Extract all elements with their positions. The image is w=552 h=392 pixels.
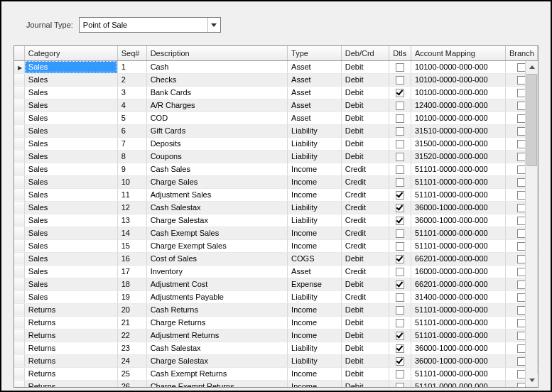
dtls-checkbox[interactable] (396, 255, 404, 263)
cell-debcrd[interactable]: Debit (341, 303, 389, 316)
cell-type[interactable]: Liability (288, 201, 342, 214)
cell-seq[interactable]: 3 (117, 86, 146, 99)
cell-category[interactable]: Sales (24, 163, 117, 175)
cell-description[interactable]: Cash Salestax (146, 342, 287, 354)
row-header[interactable] (14, 354, 24, 367)
cell-type[interactable]: Liability (288, 290, 342, 303)
cell-seq[interactable]: 15 (117, 239, 146, 252)
row-header[interactable] (14, 175, 24, 188)
table-row[interactable]: Sales14Cash Exempt SalesIncomeCredit5110… (14, 227, 538, 239)
cell-debcrd[interactable]: Debit (341, 316, 389, 329)
cell-seq[interactable]: 11 (117, 188, 146, 201)
cell-dtls[interactable] (389, 86, 411, 99)
journal-type-select[interactable]: Point of Sale (79, 17, 221, 33)
cell-dtls[interactable] (389, 188, 411, 201)
cell-description[interactable]: A/R Charges (146, 99, 287, 111)
cell-dtls[interactable] (389, 342, 411, 354)
cell-debcrd[interactable]: Debit (341, 137, 389, 150)
cell-dtls[interactable] (389, 316, 411, 329)
cell-account-mapping[interactable]: 10100-0000-000-000 (411, 73, 505, 86)
cell-dtls[interactable] (389, 201, 411, 214)
col-type[interactable]: Type (288, 46, 342, 60)
cell-category[interactable]: Sales (24, 227, 117, 239)
cell-type[interactable]: Asset (288, 99, 342, 111)
cell-type[interactable]: Liability (288, 150, 342, 163)
cell-account-mapping[interactable]: 51101-0000-000-000 (411, 367, 505, 380)
cell-dtls[interactable] (389, 290, 411, 303)
cell-description[interactable]: Charge Exempt Returns (146, 380, 287, 388)
cell-category[interactable]: Returns (24, 380, 117, 388)
row-header[interactable] (14, 265, 24, 278)
cell-category[interactable]: Returns (24, 303, 117, 316)
dtls-checkbox[interactable] (396, 76, 404, 85)
cell-type[interactable]: Income (288, 239, 342, 252)
cell-type[interactable]: Expense (288, 278, 342, 290)
row-header[interactable] (14, 278, 24, 290)
cell-type[interactable]: Liability (288, 214, 342, 227)
cell-type[interactable]: COGS (288, 252, 342, 265)
row-header[interactable] (14, 252, 24, 265)
col-dtls[interactable]: Dtls (389, 46, 411, 60)
cell-seq[interactable]: 12 (117, 201, 146, 214)
cell-seq[interactable]: 25 (117, 367, 146, 380)
table-row[interactable]: Sales12Cash SalestaxLiabilityCredit36000… (14, 201, 538, 214)
dtls-checkbox[interactable] (396, 306, 404, 315)
cell-type[interactable]: Income (288, 329, 342, 342)
cell-debcrd[interactable]: Debit (341, 111, 389, 124)
cell-description[interactable]: Inventory (146, 265, 287, 278)
cell-category[interactable]: Sales (24, 60, 117, 73)
cell-description[interactable]: Gift Cards (146, 124, 287, 137)
cell-type[interactable]: Income (288, 227, 342, 239)
row-header[interactable] (14, 367, 24, 380)
dtls-checkbox[interactable] (396, 229, 404, 238)
cell-dtls[interactable] (389, 278, 411, 290)
cell-description[interactable]: Cash Salestax (146, 201, 287, 214)
col-debcrd[interactable]: Deb/Crd (341, 46, 389, 60)
cell-category[interactable]: Sales (24, 124, 117, 137)
cell-type[interactable]: Liability (288, 342, 342, 354)
table-row[interactable]: Sales18Adjustment CostExpenseDebit66201-… (14, 278, 538, 290)
col-seq[interactable]: Seq# (117, 46, 146, 60)
cell-category[interactable]: Sales (24, 201, 117, 214)
cell-description[interactable]: Adjustments Payable (146, 290, 287, 303)
cell-dtls[interactable] (389, 60, 411, 73)
scroll-up-button[interactable] (526, 61, 538, 73)
cell-account-mapping[interactable]: 51101-0000-000-000 (411, 239, 505, 252)
cell-dtls[interactable] (389, 175, 411, 188)
table-row[interactable]: Sales7DepositsLiabilityDebit31500-0000-0… (14, 137, 538, 150)
row-header[interactable] (14, 290, 24, 303)
cell-seq[interactable]: 24 (117, 354, 146, 367)
cell-type[interactable]: Income (288, 163, 342, 175)
dtls-checkbox[interactable] (396, 140, 404, 148)
cell-seq[interactable]: 23 (117, 342, 146, 354)
cell-debcrd[interactable]: Credit (341, 265, 389, 278)
table-row[interactable]: Sales8CouponsLiabilityDebit31520-0000-00… (14, 150, 538, 163)
cell-dtls[interactable] (389, 163, 411, 175)
cell-debcrd[interactable]: Credit (341, 188, 389, 201)
cell-category[interactable]: Sales (24, 214, 117, 227)
table-row[interactable]: Sales2ChecksAssetDebit10100-0000-000-000 (14, 73, 538, 86)
dtls-checkbox[interactable] (396, 114, 404, 123)
cell-dtls[interactable] (389, 239, 411, 252)
cell-dtls[interactable] (389, 137, 411, 150)
cell-description[interactable]: Cash Exempt Returns (146, 367, 287, 380)
row-header[interactable] (14, 188, 24, 201)
cell-debcrd[interactable]: Credit (341, 175, 389, 188)
cell-seq[interactable]: 16 (117, 252, 146, 265)
cell-debcrd[interactable]: Debit (341, 124, 389, 137)
cell-dtls[interactable] (389, 303, 411, 316)
cell-description[interactable]: Charge Salestax (146, 354, 287, 367)
cell-dtls[interactable] (389, 214, 411, 227)
cell-account-mapping[interactable]: 51101-0000-000-000 (411, 316, 505, 329)
table-row[interactable]: Sales11Adjustment SalesIncomeCredit51101… (14, 188, 538, 201)
cell-dtls[interactable] (389, 252, 411, 265)
row-header[interactable] (14, 303, 24, 316)
cell-account-mapping[interactable]: 51101-0000-000-000 (411, 380, 505, 388)
cell-seq[interactable]: 17 (117, 265, 146, 278)
cell-description[interactable]: Bank Cards (146, 86, 287, 99)
cell-dtls[interactable] (389, 73, 411, 86)
cell-seq[interactable]: 18 (117, 278, 146, 290)
table-row[interactable]: Sales15Charge Exempt SalesIncomeCredit51… (14, 239, 538, 252)
table-row[interactable]: Sales5CODAssetDebit10100-0000-000-000 (14, 111, 538, 124)
row-header[interactable]: ▶ (14, 60, 24, 73)
